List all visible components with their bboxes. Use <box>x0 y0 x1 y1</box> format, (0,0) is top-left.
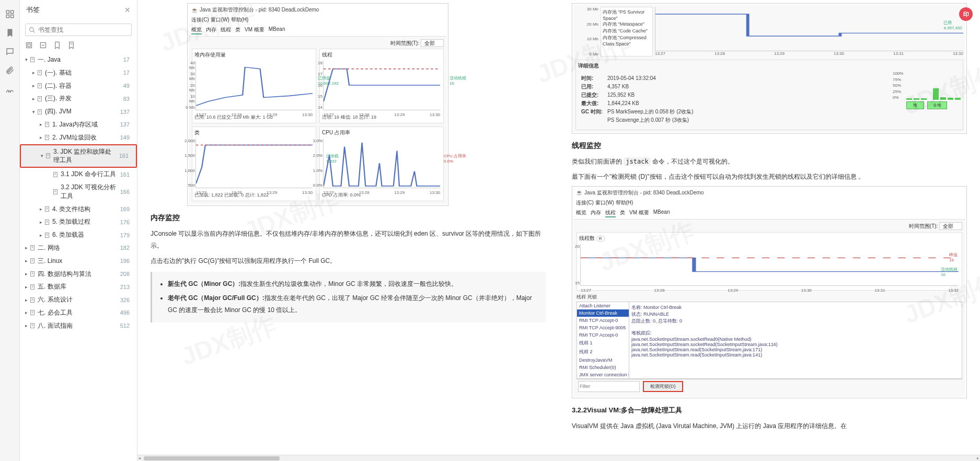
paragraph: VisualVM 提供在 Java 虚拟机 (Java Virutal Mach… <box>572 420 967 432</box>
bookmark-item[interactable]: 3.1 JDK 命令行工具161 <box>20 168 137 181</box>
bookmark-item[interactable]: 六. 系统设计326 <box>20 293 137 306</box>
heading-thread: 线程监控 <box>572 141 967 151</box>
bookmark-item[interactable]: (四). JVM137 <box>20 105 137 118</box>
paragraph: 点击右边的"执行 GC(G)"按钮可以强制应用程序执行一个 Full GC。 <box>151 255 546 267</box>
signature-icon[interactable] <box>5 85 15 94</box>
page-left: ☕Java 监视和管理控制台 - pid: 8340 DeadLockDemo … <box>137 0 559 461</box>
bookmark-item[interactable]: 5. 类加载过程176 <box>20 215 137 228</box>
comment-icon[interactable] <box>5 47 15 56</box>
attachment-icon[interactable] <box>5 66 15 75</box>
bookmark-item[interactable]: (二). 容器49 <box>20 79 137 93</box>
bookmark-icon[interactable] <box>5 28 15 38</box>
jconsole-thread-figure: ☕Java 监视和管理控制台 - pid: 8340 DeadLockDemo … <box>572 186 967 398</box>
class-chart: 类 2,0001,5001,000500 13:2713:2813:2913:3… <box>192 126 316 201</box>
svg-point-4 <box>30 27 34 31</box>
thumbnails-icon[interactable] <box>5 9 15 19</box>
bookmark-item[interactable]: 3.2 JDK 可视化分析工具166 <box>20 181 137 203</box>
svg-rect-2 <box>6 15 9 18</box>
search-icon <box>29 27 36 33</box>
bookmark-item[interactable]: 2. JVM垃圾回收149 <box>20 131 137 144</box>
svg-rect-1 <box>10 10 13 13</box>
java-icon: ☕ <box>576 190 582 195</box>
bookmark-item[interactable]: 一. Java17 <box>20 53 137 66</box>
bookmark-item[interactable]: 6. 类加载器179 <box>20 228 137 241</box>
bookmark-item[interactable]: 七. 必会工具496 <box>20 306 137 319</box>
bookmark-item[interactable]: (三). 并发83 <box>20 92 137 105</box>
svg-rect-0 <box>6 10 9 13</box>
bookmark-item[interactable]: 1. Java内存区域137 <box>20 118 137 131</box>
svg-rect-6 <box>28 44 30 47</box>
add-bookmark-icon[interactable] <box>53 41 61 49</box>
java-icon: ☕ <box>191 7 198 13</box>
heap-chart: 堆内存使用量 40 Mb30 Mb20 Mb10 Mb0 Mb 13:2713:… <box>192 49 316 123</box>
bookmark-tree: 一. Java17(一). 基础17(二). 容器49(三). 并发83(四).… <box>20 53 137 461</box>
cpu-chart: CPU 占用率 3.0%2.0%1.0%0.0% 13:2713:2813:29… <box>319 126 444 201</box>
bookmark-item[interactable]: 4. 类文件结构169 <box>20 203 137 216</box>
bookmark-item[interactable]: 三. Linux196 <box>20 255 137 268</box>
heading-memory: 内存监控 <box>151 213 546 223</box>
left-rail <box>0 0 20 461</box>
bookmarks-sidebar: 书签 ✕ 一. Java17(一). 基础17(二). 容器49(三). 并发8… <box>20 0 137 461</box>
paragraph: JConsole 可以显示当前内存的详细信息。不仅包括堆内存/非堆内存的整体信息… <box>151 228 546 252</box>
bookmark-search[interactable] <box>25 24 132 36</box>
thread-chart: 线程 1817161514 13:2713:2813:2913:30 活动线程 … <box>319 49 444 123</box>
thread-filter-input[interactable] <box>578 381 640 392</box>
svg-rect-3 <box>10 15 13 18</box>
expand-all-icon[interactable] <box>25 41 33 49</box>
jconsole-overview-figure: ☕Java 监视和管理控制台 - pid: 8340 DeadLockDemo … <box>187 3 448 206</box>
bookmark-item[interactable]: 二. 网络182 <box>20 241 137 255</box>
paragraph: 类似我们前面讲的 jstack 命令，不过这个是可视化的。 <box>572 156 967 168</box>
bookmark-item[interactable]: 八. 面试指南512 <box>20 319 137 332</box>
bookmark-item[interactable]: (一). 基础17 <box>20 66 137 79</box>
sidebar-toolbar <box>20 40 137 53</box>
list-item: 新生代 GC（Minor GC）:指发生新生代的垃圾收集动作，Minor GC … <box>168 278 539 290</box>
bookmark-ribbon-icon[interactable] <box>67 41 75 49</box>
collapse-all-icon[interactable] <box>39 41 47 49</box>
close-icon[interactable]: ✕ <box>124 6 131 14</box>
list-item: 老年代 GC（Major GC/Full GC）:指发生在老年代的 GC，出现了… <box>168 292 539 316</box>
page-right: 30 Mb20 Mb10 Mb0 Mb 内存池 "PS Survivor Spa… <box>559 0 980 461</box>
paragraph: 最下面有一个"检测死锁 (D)"按钮，点击这个按钮可以自动为你找到发生死锁的线程… <box>572 171 967 183</box>
document-content: JDX制作 JDX制作 JDX制作 JDX制作 JDX制作 JDX制作 JDX制… <box>137 0 980 461</box>
bookmark-item[interactable]: 五. 数据库213 <box>20 280 137 293</box>
stamp-badge: 印 <box>959 7 973 21</box>
bookmark-item[interactable]: 四. 数据结构与算法208 <box>20 268 137 281</box>
heading-visualvm: 3.2.2Visual VM:多合一故障处理工具 <box>572 406 967 415</box>
bookmark-search-input[interactable] <box>38 26 128 33</box>
horizontal-scrollbar[interactable]: ◂ ▸ <box>137 455 980 461</box>
svg-rect-5 <box>27 43 32 48</box>
gc-quote: 新生代 GC（Minor GC）:指发生新生代的垃圾收集动作，Minor GC … <box>151 272 546 322</box>
scrollbar-thumb[interactable] <box>144 456 280 460</box>
jconsole-memory-figure: 30 Mb20 Mb10 Mb0 Mb 内存池 "PS Survivor Spa… <box>572 3 967 134</box>
sidebar-title: 书签 <box>26 5 124 15</box>
bookmark-item[interactable]: 3. JDK 监控和故障处理工具161 <box>20 144 137 168</box>
detect-deadlock-button[interactable]: 检测死锁(D) <box>643 381 683 392</box>
